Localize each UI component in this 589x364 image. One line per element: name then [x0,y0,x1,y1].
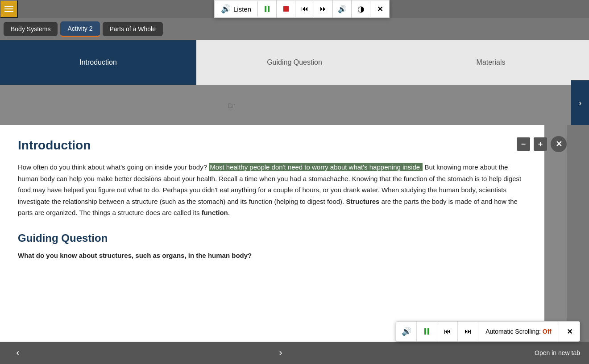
minus-icon: − [521,140,526,149]
audio-close-button[interactable]: ✕ [559,322,580,341]
rewind-icon: ⏮ [301,5,308,13]
zoom-controls: − + ✕ [517,136,567,152]
hamburger-icon [4,6,13,12]
audio-close-icon: ✕ [567,327,572,336]
speaker-icon: 🔊 [221,4,231,14]
section-tab-materials-label: Materials [477,58,506,66]
main-content: Introduction How often do you think abou… [0,125,544,342]
listen-button[interactable]: 🔊 Listen [215,1,258,17]
stop-icon [283,6,289,12]
close-zoom-icon: ✕ [556,139,562,149]
next-nav-button[interactable]: › [272,344,290,362]
section-tab-introduction[interactable]: Introduction [0,40,196,85]
contrast-icon: ◑ [357,4,365,14]
volume-icon: 🔊 [338,5,347,13]
auto-scroll-button[interactable]: Automatic Scrolling: Off [478,322,559,341]
auto-scroll-label: Automatic Scrolling: [485,328,541,335]
right-scrollbar[interactable] [567,125,589,342]
paragraph-1-end: . [228,209,230,216]
section-tab-introduction-indicator [0,83,196,85]
guiding-question-text: What do you know about structures, such … [18,252,527,259]
section-tab-materials[interactable]: Materials [393,40,589,85]
audio-pause-icon [424,328,429,335]
audio-pause-button[interactable] [417,322,437,341]
audio-rewind-button[interactable]: ⏮ [437,322,458,341]
close-zoom-button[interactable]: ✕ [551,136,567,152]
content-title: Introduction [18,138,527,153]
open-new-tab-button[interactable]: Open in new tab [535,349,580,356]
listen-toolbar: 🔊 Listen ⏮ ⏭ 🔊 ◑ ✕ [214,0,390,18]
section-tab-guiding-question-label: Guiding Question [267,58,322,66]
audio-volume-button[interactable]: 🔊 [396,322,417,341]
paragraph-1-before-highlight: How often do you think about what's goin… [18,163,209,171]
bottom-nav: ‹ › Open in new tab [0,342,589,364]
paragraph-1-highlight: Most healthy people don't need to worry … [209,163,423,171]
prev-nav-button[interactable]: ‹ [9,344,27,362]
open-new-tab-label: Open in new tab [535,349,580,356]
auto-scroll-status: Off [543,328,552,335]
toolbar-contrast-button[interactable]: ◑ [352,0,370,17]
play-pause-icon [265,6,270,12]
next-section-arrow[interactable]: › [571,80,589,125]
paragraph-1-bold-structures: Structures [346,198,379,205]
audio-rewind-icon: ⏮ [444,327,451,335]
tab-parts-of-a-whole[interactable]: Parts of a Whole [103,22,163,36]
audio-volume-icon: 🔊 [402,327,411,336]
tabs-row: Body Systems Activity 2 Parts of a Whole [0,18,589,40]
chevron-right-icon: › [579,98,582,108]
bottom-audio-bar: 🔊 ⏮ ⏭ Automatic Scrolling: Off ✕ [396,321,580,342]
zoom-in-button[interactable]: + [534,137,547,151]
tab-activity-2[interactable]: Activity 2 [60,21,100,37]
toolbar-stop-button[interactable] [277,0,295,17]
toolbar-controls: ⏮ ⏭ 🔊 ◑ ✕ [258,0,389,17]
fastforward-icon: ⏭ [320,5,327,13]
listen-label: Listen [233,5,251,13]
plus-icon: + [538,140,543,149]
toolbar-close-button[interactable]: ✕ [370,0,389,17]
section-tab-introduction-label: Introduction [79,58,117,66]
prev-arrow-icon: ‹ [16,347,19,359]
paragraph-1-bold-function: function [202,209,228,216]
next-arrow-icon: › [279,347,282,359]
close-icon: ✕ [377,5,383,13]
tab-body-systems[interactable]: Body Systems [4,22,58,36]
paragraph-1-highlight-underline: happening inside [369,163,420,171]
toolbar-play-pause-button[interactable] [258,0,277,17]
audio-fastforward-icon: ⏭ [465,327,472,335]
guiding-question-heading: Guiding Question [18,232,527,244]
toolbar-fastforward-button[interactable]: ⏭ [314,0,333,17]
section-tab-guiding-question[interactable]: Guiding Question [196,40,393,85]
section-tabs: Introduction Guiding Question Materials [0,40,589,85]
zoom-out-button[interactable]: − [517,137,530,151]
content-paragraph-1: How often do you think about what's goin… [18,161,527,219]
hamburger-button[interactable] [0,0,18,18]
audio-fastforward-button[interactable]: ⏭ [458,322,478,341]
toolbar-volume-button[interactable]: 🔊 [333,0,352,17]
content-area: Introduction Guiding Question Materials … [0,40,589,342]
toolbar-rewind-button[interactable]: ⏮ [295,0,314,17]
